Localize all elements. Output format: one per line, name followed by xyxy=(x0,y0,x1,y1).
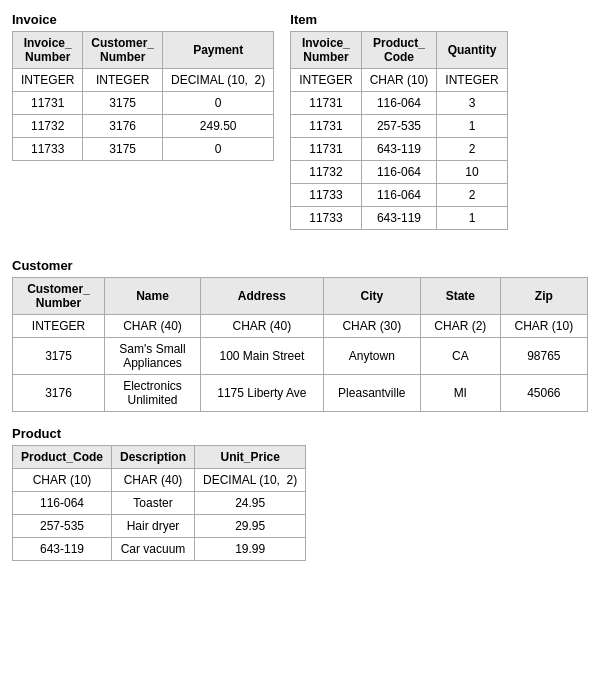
table-row: 2 xyxy=(437,184,507,207)
customer-section: Customer Customer_Number Name Address Ci… xyxy=(12,258,588,412)
customer-col-1: Name xyxy=(104,278,200,315)
product-type-1: CHAR (40) xyxy=(112,469,195,492)
item-type-1: CHAR (10) xyxy=(361,69,437,92)
table-row: 1175 Liberty Ave xyxy=(201,375,324,412)
table-row: 643-119 xyxy=(13,538,112,561)
customer-title: Customer xyxy=(12,258,588,273)
table-row: 257-535 xyxy=(13,515,112,538)
table-row: 116-064 xyxy=(13,492,112,515)
table-row: 116-064 xyxy=(361,92,437,115)
customer-type-4: CHAR (2) xyxy=(420,315,500,338)
table-row: 3175 xyxy=(83,138,163,161)
item-section: Item Invoice_Number Product_Code Quantit… xyxy=(290,12,507,230)
table-row: 1 xyxy=(437,115,507,138)
table-row: Toaster xyxy=(112,492,195,515)
customer-type-5: CHAR (10) xyxy=(500,315,587,338)
item-col-2: Quantity xyxy=(437,32,507,69)
table-row: Sam's SmallAppliances xyxy=(104,338,200,375)
invoice-table: Invoice_Number Customer_Number Payment I… xyxy=(12,31,274,161)
table-row: 10 xyxy=(437,161,507,184)
product-type-0: CHAR (10) xyxy=(13,469,112,492)
item-title: Item xyxy=(290,12,507,27)
table-row: 249.50 xyxy=(163,115,274,138)
product-title: Product xyxy=(12,426,588,441)
invoice-section: Invoice Invoice_Number Customer_Number P… xyxy=(12,12,274,230)
table-row: Car vacuum xyxy=(112,538,195,561)
table-row: 3175 xyxy=(13,338,105,375)
table-row: 98765 xyxy=(500,338,587,375)
item-col-0: Invoice_Number xyxy=(291,32,361,69)
table-row: 29.95 xyxy=(195,515,306,538)
customer-type-2: CHAR (40) xyxy=(201,315,324,338)
table-row: 11733 xyxy=(13,138,83,161)
table-row: 11731 xyxy=(291,138,361,161)
table-row: 116-064 xyxy=(361,161,437,184)
customer-col-0: Customer_Number xyxy=(13,278,105,315)
invoice-col-1: Customer_Number xyxy=(83,32,163,69)
table-row: 0 xyxy=(163,92,274,115)
table-row: 45066 xyxy=(500,375,587,412)
table-row: 19.99 xyxy=(195,538,306,561)
customer-table: Customer_Number Name Address City State … xyxy=(12,277,588,412)
customer-col-4: State xyxy=(420,278,500,315)
table-row: 643-119 xyxy=(361,138,437,161)
table-row: 11731 xyxy=(291,92,361,115)
table-row: 2 xyxy=(437,138,507,161)
invoice-col-2: Payment xyxy=(163,32,274,69)
invoice-title: Invoice xyxy=(12,12,274,27)
table-row: 11732 xyxy=(291,161,361,184)
table-row: 116-064 xyxy=(361,184,437,207)
customer-type-1: CHAR (40) xyxy=(104,315,200,338)
table-row: 3176 xyxy=(83,115,163,138)
table-row: 3175 xyxy=(83,92,163,115)
table-row: 100 Main Street xyxy=(201,338,324,375)
table-row: 257-535 xyxy=(361,115,437,138)
table-row: MI xyxy=(420,375,500,412)
item-table: Invoice_Number Product_Code Quantity INT… xyxy=(290,31,507,230)
invoice-col-0: Invoice_Number xyxy=(13,32,83,69)
table-row: ElectronicsUnlimited xyxy=(104,375,200,412)
invoice-type-0: INTEGER xyxy=(13,69,83,92)
table-row: 11732 xyxy=(13,115,83,138)
customer-col-5: Zip xyxy=(500,278,587,315)
table-row: 24.95 xyxy=(195,492,306,515)
customer-col-3: City xyxy=(323,278,420,315)
invoice-type-2: DECIMAL (10, 2) xyxy=(163,69,274,92)
invoice-type-1: INTEGER xyxy=(83,69,163,92)
table-row: 11733 xyxy=(291,184,361,207)
product-type-2: DECIMAL (10, 2) xyxy=(195,469,306,492)
table-row: 11731 xyxy=(13,92,83,115)
product-col-2: Unit_Price xyxy=(195,446,306,469)
product-col-0: Product_Code xyxy=(13,446,112,469)
table-row: 3 xyxy=(437,92,507,115)
customer-col-2: Address xyxy=(201,278,324,315)
item-type-0: INTEGER xyxy=(291,69,361,92)
customer-type-0: INTEGER xyxy=(13,315,105,338)
customer-type-3: CHAR (30) xyxy=(323,315,420,338)
product-table: Product_Code Description Unit_Price CHAR… xyxy=(12,445,306,561)
table-row: CA xyxy=(420,338,500,375)
table-row: 0 xyxy=(163,138,274,161)
table-row: 1 xyxy=(437,207,507,230)
product-col-1: Description xyxy=(112,446,195,469)
table-row: 11733 xyxy=(291,207,361,230)
table-row: Pleasantville xyxy=(323,375,420,412)
item-type-2: INTEGER xyxy=(437,69,507,92)
item-col-1: Product_Code xyxy=(361,32,437,69)
table-row: Hair dryer xyxy=(112,515,195,538)
product-section: Product Product_Code Description Unit_Pr… xyxy=(12,426,588,561)
table-row: Anytown xyxy=(323,338,420,375)
table-row: 11731 xyxy=(291,115,361,138)
table-row: 3176 xyxy=(13,375,105,412)
table-row: 643-119 xyxy=(361,207,437,230)
